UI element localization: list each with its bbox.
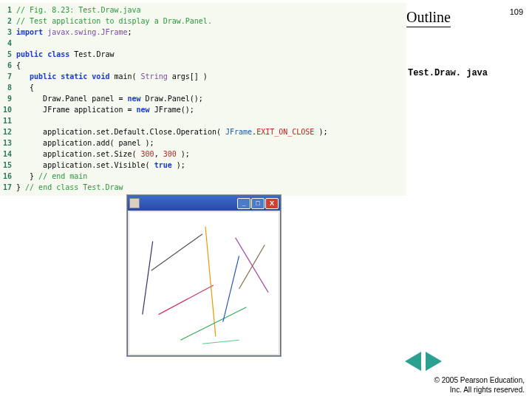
code-content — [16, 38, 21, 49]
code-line: 16 } // end main — [0, 171, 406, 182]
code-content: // Test application to display a Draw.Pa… — [16, 16, 212, 27]
line-number: 3 — [0, 27, 16, 38]
code-content: { — [16, 60, 21, 71]
svg-line-5 — [202, 340, 239, 344]
code-line: 7 public static void main( String args[]… — [0, 71, 406, 82]
line-number: 6 — [0, 60, 16, 71]
code-line: 14 application.set.Size( 300, 300 ); — [0, 149, 406, 160]
code-line: 17} // end class Test.Draw — [0, 182, 406, 193]
minimize-button[interactable]: _ — [237, 198, 250, 209]
line-number: 15 — [0, 160, 16, 171]
svg-line-1 — [151, 234, 202, 271]
window-titlebar: _ □ X — [128, 196, 280, 211]
code-line: 13 application.add( panel ); — [0, 137, 406, 149]
code-content: application.set.Size( 300, 300 ); — [16, 149, 190, 160]
code-content: import javax.swing.JFrame; — [16, 27, 132, 38]
code-content — [16, 115, 21, 126]
window-icon — [129, 198, 140, 208]
line-number: 1 — [0, 4, 16, 16]
code-content: application.set.Visible( true ); — [16, 160, 185, 171]
code-line: 15 application.set.Visible( true ); — [0, 160, 406, 171]
code-line: 12 application.set.Default.Close.Operati… — [0, 126, 406, 137]
line-number: 13 — [0, 137, 16, 149]
code-content: } // end main — [16, 171, 87, 182]
outline-heading: Outline — [406, 9, 451, 27]
draw-panel-canvas — [129, 212, 279, 354]
line-number: 2 — [0, 16, 16, 27]
svg-line-3 — [205, 227, 216, 337]
line-number: 4 — [0, 38, 16, 49]
code-content: } // end class Test.Draw — [16, 182, 123, 193]
code-line: 4 — [0, 38, 406, 49]
code-line: 10 JFrame application = new JFrame(); — [0, 104, 406, 115]
code-content: Draw.Panel panel = new Draw.Panel(); — [16, 93, 203, 104]
output-window: _ □ X — [127, 195, 281, 356]
code-line: 9 Draw.Panel panel = new Draw.Panel(); — [0, 93, 406, 104]
code-content: public class Test.Draw — [16, 49, 114, 60]
code-line: 3import javax.swing.JFrame; — [0, 27, 406, 38]
code-line: 8 { — [0, 82, 406, 93]
lines-svg — [129, 212, 279, 352]
code-content: { — [16, 82, 34, 93]
code-listing: 1// Fig. 8.23: Test.Draw.java2// Test ap… — [0, 3, 406, 196]
page-number: 109 — [510, 7, 523, 16]
filename-label: Test.Draw. java — [408, 68, 488, 78]
svg-line-7 — [236, 238, 269, 293]
line-number: 16 — [0, 171, 16, 182]
code-line: 5public class Test.Draw — [0, 49, 406, 60]
copyright-line-1: © 2005 Pearson Education, — [434, 375, 525, 385]
code-content: application.add( panel ); — [16, 137, 154, 149]
svg-line-0 — [143, 242, 153, 315]
code-content: public static void main( String args[] ) — [16, 71, 208, 82]
line-number: 11 — [0, 115, 16, 126]
copyright-line-2: Inc. All rights reserved. — [434, 385, 525, 395]
code-content: application.set.Default.Close.Operation(… — [16, 126, 327, 137]
slide-nav — [405, 352, 442, 371]
svg-line-8 — [239, 245, 265, 289]
code-line: 6{ — [0, 60, 406, 71]
next-slide-button[interactable] — [426, 352, 442, 371]
copyright-notice: © 2005 Pearson Education, Inc. All right… — [434, 375, 525, 395]
code-line: 2// Test application to display a Draw.P… — [0, 16, 406, 27]
line-number: 12 — [0, 126, 16, 137]
close-button[interactable]: X — [265, 198, 279, 209]
code-line: 11 — [0, 115, 406, 126]
svg-line-2 — [159, 285, 214, 315]
code-content: JFrame application = new JFrame(); — [16, 104, 194, 115]
line-number: 14 — [0, 149, 16, 160]
line-number: 5 — [0, 49, 16, 60]
prev-slide-button[interactable] — [405, 352, 421, 371]
line-number: 7 — [0, 71, 16, 82]
line-number: 10 — [0, 104, 16, 115]
line-number: 9 — [0, 93, 16, 104]
code-content: // Fig. 8.23: Test.Draw.java — [16, 4, 141, 16]
code-line: 1// Fig. 8.23: Test.Draw.java — [0, 4, 406, 16]
line-number: 17 — [0, 182, 16, 193]
maximize-button[interactable]: □ — [251, 198, 265, 209]
line-number: 8 — [0, 82, 16, 93]
